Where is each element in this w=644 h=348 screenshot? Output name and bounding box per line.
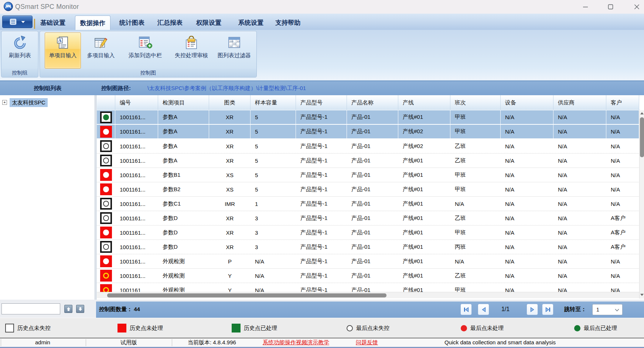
tree-search-input[interactable] bbox=[1, 303, 60, 314]
cell-12-3: Y bbox=[209, 269, 251, 283]
feedback-link[interactable]: 问题反馈 bbox=[356, 338, 378, 347]
first-page-button[interactable] bbox=[460, 304, 472, 315]
vertical-scrollbar[interactable] bbox=[639, 110, 644, 299]
last-point-status-dot bbox=[103, 172, 109, 178]
ribbon-button-ooc-audit[interactable]: 失控处理审核 bbox=[171, 32, 212, 69]
table-row-10[interactable]: 1001161...参数DXR3产品型号-1产品-01产线#01丙班N/AN/A… bbox=[97, 240, 640, 254]
column-header-10[interactable]: 设备 bbox=[501, 95, 553, 110]
tree-node-root[interactable]: 太友科技SPC bbox=[10, 98, 48, 107]
cell-12-7: 产线#01 bbox=[398, 269, 450, 283]
vertical-scrollbar-thumb[interactable] bbox=[640, 117, 644, 157]
single-entry-icon: A bbox=[56, 36, 70, 50]
search-up-button[interactable] bbox=[64, 305, 72, 313]
jump-page-select[interactable]: 1 bbox=[592, 304, 623, 315]
column-header-5[interactable]: 样本容量 bbox=[251, 95, 296, 110]
video-tutorial-link[interactable]: 系统功能操作视频演示教学 bbox=[263, 338, 329, 347]
cell-6-11: N/A bbox=[606, 182, 639, 196]
cell-8-11: A客户 bbox=[606, 211, 639, 225]
history-status-in-control-icon bbox=[100, 155, 112, 166]
column-header-3[interactable]: 检测项目 bbox=[158, 95, 209, 110]
table-row-3[interactable]: 1001161...参数AXR5产品型号-1产品-01产线#02乙班N/AN/A… bbox=[97, 139, 640, 154]
cell-6-8: 甲班 bbox=[450, 182, 501, 196]
cell-1-5: 产品型号-1 bbox=[296, 110, 347, 124]
row-status-cell bbox=[97, 125, 115, 138]
column-header-6[interactable]: 产品型号 bbox=[296, 95, 347, 110]
cell-3-11: N/A bbox=[606, 139, 639, 153]
statusbar: admin 试用版 当前版本: 4.8.4.996 系统功能操作视频演示教学 问… bbox=[0, 338, 644, 347]
ribbon-button-chart-list-filter[interactable]: XXXXXXXXXXX图列表过滤器 bbox=[213, 32, 255, 69]
scroll-up-arrow[interactable] bbox=[640, 110, 644, 116]
horizontal-scrollbar-thumb[interactable] bbox=[107, 293, 386, 297]
cell-4-7: 产线#01 bbox=[398, 154, 450, 168]
tree-expand-icon[interactable]: + bbox=[2, 100, 7, 105]
table-row-13[interactable]: 1001161外观检测YN/A产品型号-1产品-01产线#01甲班N/AN/AN… bbox=[97, 283, 640, 292]
table-row-12[interactable]: 1001161...外观检测YN/A产品型号-1产品-01产线#01乙班N/AN… bbox=[97, 269, 640, 283]
minimize-button[interactable] bbox=[577, 0, 594, 14]
table-row-4[interactable]: 1001161...参数AXR5产品型号-1产品-01产线#01乙班N/AN/A… bbox=[97, 154, 640, 168]
cell-3-4: 5 bbox=[251, 139, 296, 153]
table-row-2[interactable]: 1001161...参数AXR5产品型号-1产品-01产线#02甲班N/AN/A… bbox=[97, 125, 640, 139]
column-header-2[interactable]: 编号 bbox=[115, 95, 158, 110]
row-status-cell bbox=[97, 168, 115, 182]
close-button[interactable] bbox=[628, 0, 644, 14]
cell-8-1: 1001161... bbox=[115, 211, 158, 225]
ribbon-button-multi-entry[interactable]: 多项目输入 bbox=[82, 32, 119, 69]
tab-7[interactable]: 支持帮助 bbox=[270, 15, 306, 30]
cell-1-8: 甲班 bbox=[450, 110, 501, 124]
table-row-1[interactable]: 1001161...参数AXR5产品型号-1产品-01产线#01甲班N/AN/A… bbox=[97, 110, 640, 125]
legend-square-red bbox=[117, 324, 126, 333]
column-header-12[interactable]: 客户 bbox=[606, 95, 639, 110]
column-header-8[interactable]: 产线 bbox=[398, 95, 450, 110]
cell-13-11: N/A bbox=[606, 283, 639, 292]
next-page-button[interactable] bbox=[527, 304, 538, 315]
tab-6[interactable]: 系统设置 bbox=[233, 15, 269, 30]
control-group-list-title: 控制组列表 bbox=[0, 81, 95, 96]
ribbon-button-single-entry[interactable]: A 单项目输入 bbox=[45, 32, 81, 69]
column-header-7[interactable]: 产品名称 bbox=[347, 95, 398, 110]
tab-4[interactable]: 汇总报表 bbox=[152, 15, 188, 30]
cell-4-3: XR bbox=[209, 154, 251, 168]
cell-2-9: N/A bbox=[501, 125, 553, 138]
table-header-row: 编号检测项目图类样本容量产品型号产品名称产线班次设备供应商客户 bbox=[97, 95, 640, 110]
column-header-1[interactable] bbox=[97, 95, 115, 110]
cell-8-3: XR bbox=[209, 211, 251, 225]
column-header-11[interactable]: 供应商 bbox=[553, 95, 606, 110]
app-menu-button[interactable] bbox=[2, 15, 33, 28]
ribbon-button-refresh[interactable]: 刷新列表 bbox=[3, 32, 37, 69]
cell-9-5: 产品型号-1 bbox=[296, 225, 347, 240]
table-row-9[interactable]: 1001161...参数DXR3产品型号-1产品-01产线#01甲班N/AN/A… bbox=[97, 225, 640, 240]
cell-9-10: N/A bbox=[553, 225, 606, 240]
history-status-unprocessed-icon bbox=[100, 126, 112, 138]
ribbon-button-label: 图列表过滤器 bbox=[218, 52, 251, 59]
last-page-icon bbox=[545, 307, 551, 312]
cell-9-11: A客户 bbox=[606, 225, 639, 240]
tab-1[interactable]: 基础设置 bbox=[35, 15, 71, 30]
statusbar-slogan: Quick data collection and smart data ana… bbox=[444, 338, 556, 347]
cell-4-5: 产品型号-1 bbox=[296, 154, 347, 168]
table-row-7[interactable]: 1001161...参数C1IMR1产品型号-1产品-01产线#01N/AN/A… bbox=[97, 197, 640, 211]
table-row-8[interactable]: 1001161...参数DXR3产品型号-1产品-01产线#01乙班N/AN/A… bbox=[97, 211, 640, 225]
ribbon-button-add-to-selected[interactable]: 添加到选中栏 bbox=[121, 32, 170, 69]
cell-11-8: N/A bbox=[450, 254, 501, 268]
tab-2[interactable]: 数据操作 bbox=[75, 15, 110, 30]
ribbon-button-label: 多项目输入 bbox=[87, 52, 115, 59]
previous-page-button[interactable] bbox=[478, 304, 489, 315]
cell-4-9: N/A bbox=[501, 154, 553, 168]
row-status-cell bbox=[97, 182, 115, 196]
column-header-4[interactable]: 图类 bbox=[209, 95, 251, 110]
table-row-6[interactable]: 1001161...参数B2XS5产品型号-1产品-01产线#01甲班N/AN/… bbox=[97, 182, 640, 197]
table-row-5[interactable]: 1001161...参数B1XS5产品型号-1产品-01产线#01甲班N/AN/… bbox=[97, 168, 640, 182]
scroll-down-arrow[interactable] bbox=[640, 292, 644, 298]
last-page-button[interactable] bbox=[542, 304, 553, 315]
legend-item-4: 最后点未失控 bbox=[347, 318, 389, 338]
column-header-9[interactable]: 班次 bbox=[450, 95, 501, 110]
tab-5[interactable]: 权限设置 bbox=[191, 15, 226, 30]
legend-label: 历史点未失控 bbox=[17, 325, 51, 332]
maximize-button[interactable] bbox=[602, 0, 619, 14]
table-row-11[interactable]: 1001161...外观检测PN/A产品型号-1产品-01产线#01N/AN/A… bbox=[97, 254, 640, 269]
cell-10-7: 产线#01 bbox=[398, 240, 450, 254]
tab-3[interactable]: 统计图表 bbox=[114, 15, 150, 30]
horizontal-scrollbar[interactable] bbox=[97, 292, 639, 298]
search-down-button[interactable] bbox=[76, 305, 84, 313]
next-page-icon bbox=[530, 307, 535, 312]
